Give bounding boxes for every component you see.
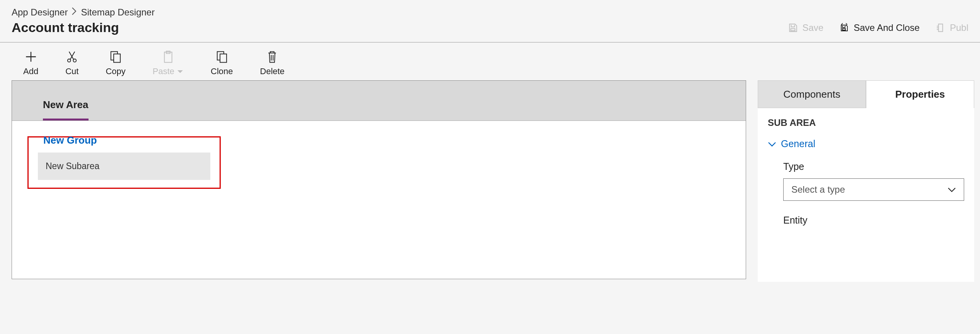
panel-body: SUB AREA General Type Select a type Enti…	[758, 108, 974, 282]
save-and-close-icon	[839, 22, 850, 33]
cut-button[interactable]: Cut	[65, 49, 78, 76]
chevron-down-icon	[768, 138, 776, 149]
sitemap-canvas: New Area New Group New Subarea	[12, 80, 746, 279]
publish-icon	[935, 22, 946, 33]
delete-label: Delete	[260, 66, 285, 76]
clone-icon	[216, 49, 228, 64]
paste-icon	[162, 49, 174, 64]
type-select-value: Select a type	[791, 184, 845, 195]
section-general-label: General	[781, 138, 815, 149]
save-and-close-label: Save And Close	[854, 22, 920, 33]
scissors-icon	[66, 49, 78, 64]
add-label: Add	[23, 66, 38, 76]
toolbar: Add Cut Copy Paste Clone Delet	[0, 42, 980, 80]
section-general-toggle[interactable]: General	[768, 138, 964, 149]
canvas-body: New Group New Subarea	[12, 121, 746, 204]
workspace: New Area New Group New Subarea Component…	[0, 80, 980, 282]
page-title: Account tracking	[12, 20, 155, 35]
trash-icon	[266, 49, 278, 64]
tab-components[interactable]: Components	[758, 80, 866, 108]
svg-point-1	[73, 59, 77, 62]
publish-button[interactable]: Publ	[935, 22, 968, 33]
plus-icon	[24, 49, 37, 64]
field-entity-label: Entity	[783, 215, 964, 226]
area-tab-new-area[interactable]: New Area	[43, 99, 89, 120]
save-button[interactable]: Save	[787, 22, 823, 33]
type-select[interactable]: Select a type	[783, 178, 964, 201]
svg-rect-3	[114, 54, 120, 63]
paste-button[interactable]: Paste	[153, 49, 184, 76]
copy-label: Copy	[106, 66, 125, 76]
breadcrumb: App Designer Sitemap Designer	[12, 7, 155, 18]
group-new-group[interactable]: New Group	[29, 134, 220, 153]
copy-icon	[109, 49, 122, 64]
panel-tabs: Components Properties	[758, 80, 974, 108]
add-button[interactable]: Add	[23, 49, 38, 76]
paste-label: Paste	[153, 66, 174, 76]
chevron-down-icon	[177, 66, 184, 76]
save-and-close-button[interactable]: Save And Close	[839, 22, 920, 33]
publish-label: Publ	[950, 22, 968, 33]
area-tabbar: New Area	[12, 81, 746, 121]
svg-rect-7	[220, 54, 227, 63]
breadcrumb-sitemap-designer[interactable]: Sitemap Designer	[81, 7, 155, 18]
tab-properties[interactable]: Properties	[866, 80, 974, 108]
selection-highlight: New Group New Subarea	[27, 136, 221, 189]
header-left: App Designer Sitemap Designer Account tr…	[12, 7, 155, 35]
cut-label: Cut	[65, 66, 78, 76]
clone-button[interactable]: Clone	[211, 49, 233, 76]
save-icon	[787, 22, 798, 33]
breadcrumb-app-designer[interactable]: App Designer	[12, 7, 68, 18]
save-label: Save	[802, 22, 823, 33]
header-actions: Save Save And Close Publ	[787, 7, 968, 33]
delete-button[interactable]: Delete	[260, 49, 285, 76]
subarea-new-subarea[interactable]: New Subarea	[38, 153, 210, 180]
chevron-right-icon	[72, 7, 77, 18]
properties-heading: SUB AREA	[768, 117, 964, 128]
svg-point-0	[68, 59, 71, 62]
copy-button[interactable]: Copy	[106, 49, 125, 76]
clone-label: Clone	[211, 66, 233, 76]
header: App Designer Sitemap Designer Account tr…	[0, 0, 980, 42]
field-type-label: Type	[783, 161, 964, 172]
chevron-down-icon	[948, 184, 956, 195]
side-panel: Components Properties SUB AREA General T…	[758, 80, 974, 282]
